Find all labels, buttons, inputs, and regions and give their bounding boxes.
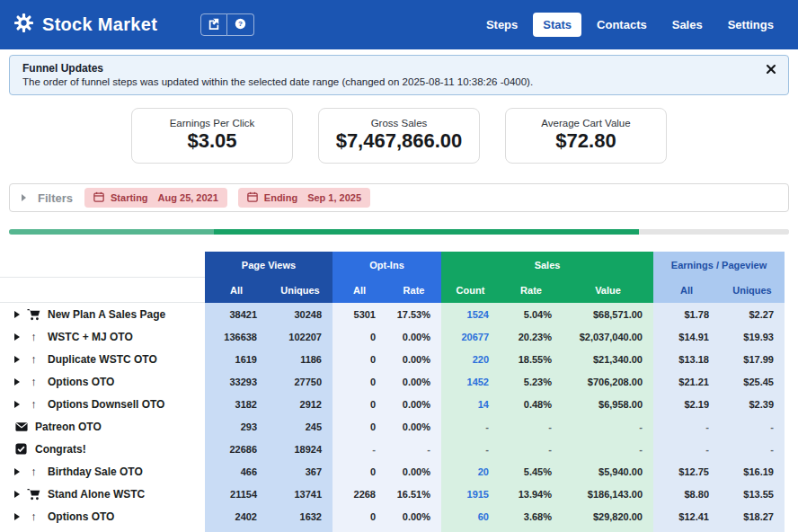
cell-optins-rate: 0.00% [386,415,441,438]
row-name-cell: Stand Alone WSTC Confirmation [0,528,205,532]
app-brand: Stock Market [14,13,157,36]
expand-caret-icon[interactable] [14,378,20,386]
cell-sales-count: - [441,415,500,438]
expand-caret-icon[interactable] [14,311,20,318]
filter-chip-starting[interactable]: StartingAug 25, 2021 [84,188,227,208]
stat-card-value: $7,467,866.00 [319,129,479,153]
cell-sales-rate: 5.45% [500,460,563,483]
funnel-stats-table: Page ViewsOpt-InsSalesEarnings / Pagevie… [0,252,785,532]
expand-caret-icon[interactable] [14,468,20,475]
chevron-right-icon[interactable] [22,194,26,201]
row-name-cell[interactable]: New Plan A Sales Page [0,303,205,325]
cell-sales-value: $5,940.00 [563,460,653,483]
row-name-cell[interactable]: ↑Birthday Sale OTO [0,460,205,483]
cell-sales-value: - [563,415,653,438]
cell-sales-count[interactable]: 20677 [441,325,500,348]
calendar-icon [93,191,104,204]
table-row: Stand Alone WSTC2115413741226816.51%1915… [0,483,785,505]
cell-sales-count: - [441,438,500,460]
progress-segment-2 [639,229,789,235]
expand-caret-icon[interactable] [14,513,20,520]
row-label: Patreon OTO [35,421,102,433]
nav-item-sales[interactable]: Sales [662,13,713,37]
cell-sales-rate: 5.04% [500,303,563,325]
cell-optins-rate: 0.00% [386,460,441,483]
arrow-up-icon: ↑ [27,398,40,410]
row-name-cell[interactable]: ↑Options Downsell OTO [0,393,205,415]
row-name-cell[interactable]: ↑WSTC + MJ OTO [0,325,205,348]
cell-sales-count[interactable]: 1524 [441,303,500,325]
row-name-cell[interactable]: ↑Options OTO [0,505,205,528]
row-name-cell[interactable]: ↑Options OTO [0,370,205,393]
help-button[interactable]: ? [227,13,254,36]
cell-optins-rate: 0.00% [386,393,441,415]
cell-pv-uniques: 102207 [268,325,332,348]
table-row: ↑Options Downsell OTO3182291200.00%140.4… [0,393,785,415]
cell-sales-count[interactable]: 20 [441,460,500,483]
nav-item-steps[interactable]: Steps [476,13,528,37]
cell-sales-count[interactable]: 220 [441,348,500,370]
cell-sales-value: - [563,528,653,532]
subheader-value: Value [563,278,653,303]
cell-optins-rate: 0.00% [386,505,441,528]
filter-chips: StartingAug 25, 2021EndingSep 1, 2025 [84,188,370,208]
svg-text:?: ? [238,20,243,28]
expand-caret-icon[interactable] [14,333,20,341]
cell-optins-all: - [332,528,386,532]
cell-optins-all: 0 [332,505,386,528]
filter-chip-label: Ending [264,192,297,203]
expand-caret-icon[interactable] [14,401,20,408]
nav-item-contacts[interactable]: Contacts [587,13,657,37]
cell-epv-uniques: $2.39 [720,393,785,415]
nav-item-stats[interactable]: Stats [533,13,581,37]
cell-epv-all: - [653,528,720,532]
table-subheader-row: AllUniquesAllRateCountRateValueAllUnique… [0,278,785,303]
subheader-uniques: Uniques [720,278,785,303]
cell-optins-all: 0 [332,415,386,438]
gear-icon [14,13,33,36]
expand-caret-icon[interactable] [14,491,20,498]
stat-card-label: Average Cart Value [506,118,666,129]
name-column-header [0,252,205,278]
cell-optins-rate: - [386,438,441,460]
filter-chip-value: Sep 1, 2025 [307,192,361,203]
progress-segment-0 [9,229,214,235]
cell-optins-all: 0 [332,325,386,348]
cell-epv-uniques: $16.19 [720,460,785,483]
stat-cards: Earnings Per Click$3.05Gross Sales$7,467… [0,108,798,164]
subheader-all: All [653,278,720,303]
cell-sales-count[interactable]: 60 [441,505,500,528]
cell-epv-all: $12.41 [653,505,720,528]
filter-chip-ending[interactable]: EndingSep 1, 2025 [238,188,370,208]
alert-title: Funnel Updates [22,62,776,75]
edit-button[interactable] [200,13,227,36]
close-icon[interactable] [766,64,776,75]
cell-sales-count[interactable]: 1915 [441,483,500,505]
cell-pv-all: 21154 [205,483,268,505]
cell-sales-count[interactable]: 14 [441,393,500,415]
cell-pv-uniques: 245 [268,415,332,438]
row-name-cell[interactable]: ↑Duplicate WSTC OTO [0,348,205,370]
cell-epv-all: $8.80 [653,483,720,505]
filter-chip-value: Aug 25, 2021 [158,192,218,203]
cell-sales-count: - [441,528,500,532]
cart-icon [27,488,40,501]
subheader-rate: Rate [386,278,441,303]
row-label: Birthday Sale OTO [48,466,143,478]
stat-card-value: $3.05 [132,129,292,153]
cell-sales-rate: 20.23% [500,325,563,348]
arrow-up-icon: ↑ [27,353,40,365]
table-row: ↑Options OTO332932775000.00%14525.23%$70… [0,370,785,393]
top-navbar: Stock Market ? StepsStatsContactsSalesSe… [0,0,798,49]
nav-item-settings[interactable]: Settings [718,13,784,37]
cell-pv-all: 466 [205,460,268,483]
cell-optins-all: 0 [332,393,386,415]
cell-optins-rate: 0.00% [386,348,441,370]
cell-epv-uniques: $2.27 [720,303,785,325]
row-name-cell[interactable]: Stand Alone WSTC [0,483,205,505]
expand-caret-icon[interactable] [14,356,20,363]
cell-sales-count[interactable]: 1452 [441,370,500,393]
cell-pv-all: 38421 [205,303,268,325]
cell-optins-all: 0 [332,370,386,393]
cell-epv-all: $21.21 [653,370,720,393]
